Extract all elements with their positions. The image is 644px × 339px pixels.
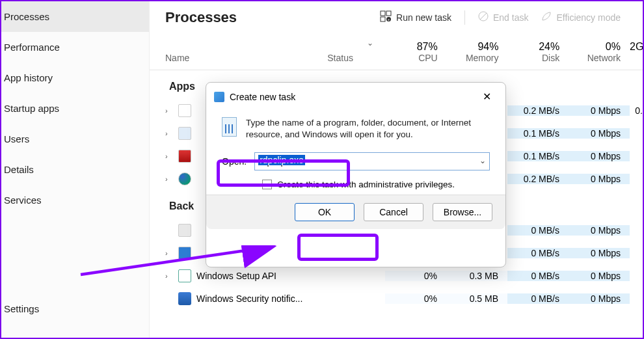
cell-net: 0 Mbps (569, 105, 630, 116)
run-task-icon: + (380, 10, 392, 24)
sidebar-item-services[interactable]: Services (1, 185, 149, 215)
window-icon (214, 92, 224, 102)
shield-icon (178, 292, 191, 305)
app-icon (178, 150, 191, 163)
expander-icon[interactable]: › (165, 249, 178, 257)
browse-button[interactable]: Browse... (433, 203, 492, 221)
col-gpu[interactable]: 2G (630, 41, 643, 63)
table-row[interactable]: Windows Security notific... 0% 0.5 MB 0 … (150, 287, 643, 310)
col-status[interactable]: Status (327, 41, 386, 63)
col-cpu[interactable]: 87%CPU (386, 41, 447, 63)
col-network[interactable]: 0%Network (569, 41, 630, 63)
sort-indicator-icon[interactable]: ⌄ (367, 38, 373, 47)
col-memory[interactable]: 94%Memory (447, 41, 508, 63)
expander-icon[interactable]: › (165, 107, 178, 115)
svg-rect-1 (386, 11, 391, 16)
table-header: ⌄ Name Status 87%CPU 94%Memory 24%Disk 0… (150, 41, 643, 70)
run-dialog-icon (222, 117, 237, 137)
chevron-down-icon[interactable]: ⌄ (479, 156, 486, 165)
annotation-highlight-ok (297, 234, 379, 261)
end-task-label: End task (493, 12, 528, 23)
run-new-task-button[interactable]: + Run new task (373, 7, 458, 28)
table-row[interactable]: › Windows Setup API 0% 0.3 MB 0 MB/s 0 M… (150, 264, 643, 287)
close-button[interactable]: ✕ (476, 88, 498, 105)
app-icon (178, 104, 191, 117)
sidebar: Processes Performance App history Startu… (1, 1, 150, 338)
col-name[interactable]: Name (165, 41, 327, 63)
sidebar-item-processes[interactable]: Processes (1, 1, 149, 32)
sidebar-item-app-history[interactable]: App history (1, 62, 149, 93)
svg-text:+: + (388, 18, 390, 21)
end-task-button: End task (472, 7, 535, 27)
end-task-icon (478, 11, 489, 23)
cancel-button[interactable]: Cancel (364, 203, 423, 221)
leaf-icon (541, 11, 552, 23)
efficiency-mode-button: Efficiency mode (535, 7, 627, 27)
expander-icon[interactable]: › (165, 175, 178, 183)
svg-rect-0 (381, 11, 385, 16)
col-disk[interactable]: 24%Disk (507, 41, 569, 63)
app-icon (178, 247, 191, 260)
sidebar-item-startup-apps[interactable]: Startup apps (1, 93, 149, 124)
sidebar-item-settings[interactable]: Settings (1, 293, 149, 324)
ok-button[interactable]: OK (295, 203, 355, 221)
expander-icon[interactable]: › (165, 129, 178, 137)
expander-icon[interactable]: › (165, 152, 178, 160)
run-new-task-label: Run new task (396, 12, 451, 23)
separator (464, 10, 465, 25)
page-title: Processes (165, 9, 373, 26)
svg-line-6 (480, 13, 487, 20)
dialog-message: Type the name of a program, folder, docu… (246, 117, 490, 141)
app-icon (178, 269, 191, 282)
expander-icon[interactable]: › (165, 272, 178, 280)
dialog-titlebar: Create new task ✕ (206, 83, 505, 111)
edge-icon (178, 172, 191, 185)
create-new-task-dialog: Create new task ✕ Type the name of a pro… (206, 82, 506, 267)
sidebar-item-users[interactable]: Users (1, 124, 149, 154)
cell-gpu: 0. (630, 105, 643, 116)
annotation-highlight-open (217, 159, 350, 187)
sidebar-item-details[interactable]: Details (1, 154, 149, 185)
cell-disk: 0.2 MB/s (507, 105, 569, 116)
sidebar-item-performance[interactable]: Performance (1, 32, 149, 62)
svg-rect-2 (381, 17, 385, 21)
efficiency-mode-label: Efficiency mode (556, 12, 621, 23)
app-icon (178, 224, 191, 237)
app-icon (178, 127, 191, 140)
dialog-title: Create new task (230, 92, 295, 102)
header: Processes + Run new task End task Effici… (150, 1, 643, 41)
